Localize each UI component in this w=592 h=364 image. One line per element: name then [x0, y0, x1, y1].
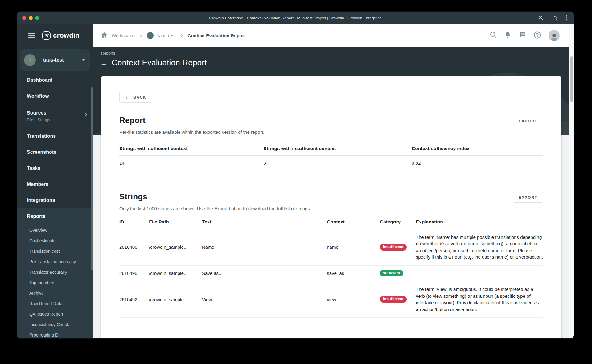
cell-file-path: /crowdin_sample... — [149, 281, 202, 318]
sidebar-scrollbar[interactable] — [91, 87, 93, 271]
strings-col-file-path: File Path — [149, 219, 202, 229]
sidebar-reports-section: Reports OverviewCost estimateTranslation… — [17, 208, 93, 338]
report-card: ← BACK Report EXPORT Per-file statistics… — [101, 76, 561, 338]
strings-col-context: Context — [327, 219, 380, 229]
sidebar-item-reports[interactable]: Reports — [17, 208, 93, 224]
sidebar-subitem-archive[interactable]: Archive — [17, 288, 93, 298]
browser-zoom-icon[interactable] — [538, 15, 544, 21]
sidebar-item-label: Integrations — [27, 198, 93, 203]
help-icon[interactable] — [534, 31, 541, 40]
sidebar-subitem-top-members[interactable]: Top members — [17, 277, 93, 288]
app-header: Workspace T taus-test Context Evaluation… — [93, 24, 574, 47]
sidebar-item-sources[interactable]: Sources Files, Strings — [17, 104, 93, 128]
sidebar-item-translations[interactable]: Translations — [17, 128, 93, 144]
window-title: Crowdin Enterprise - Context Evaluation … — [17, 16, 574, 20]
report-section-subtitle: Per-file statistics are available within… — [119, 129, 543, 135]
hero-eyebrow: Reports — [101, 51, 115, 55]
sidebar-item-label: Tasks — [27, 166, 93, 171]
cell-text: Save as... — [202, 265, 327, 281]
cell-context: name — [327, 229, 380, 266]
sidebar-subitem-pre-translation-accuracy[interactable]: Pre-translation accuracy — [17, 256, 93, 267]
sidebar-item-members[interactable]: Members — [17, 176, 93, 192]
window-titlebar: Crowdin Enterprise - Context Evaluation … — [17, 12, 574, 24]
strings-export-button[interactable]: EXPORT — [513, 192, 543, 203]
breadcrumb-workspace[interactable]: Workspace — [112, 33, 135, 38]
strings-col-text: Text — [202, 219, 327, 229]
sidebar-item-workflow[interactable]: Workflow — [17, 88, 93, 104]
chat-message-icon[interactable] — [519, 31, 526, 39]
stats-col-header: Strings with insufficient context — [263, 146, 412, 156]
report-stats-table: Strings with sufficient context Strings … — [119, 146, 543, 170]
sidebar-subitem-cost-estimate[interactable]: Cost estimate — [17, 235, 93, 246]
report-section-heading: Report — [119, 116, 146, 125]
back-button[interactable]: ← BACK — [119, 92, 152, 103]
sidebar-item-integrations[interactable]: Integrations — [17, 192, 93, 208]
user-avatar[interactable] — [549, 30, 560, 41]
project-selector[interactable]: T taus-test — [20, 49, 90, 71]
project-avatar: T — [24, 54, 36, 66]
strings-col-category: Category — [380, 219, 416, 229]
crowdin-logo-icon — [42, 31, 51, 40]
sidebar-item-label: Workflow — [27, 93, 93, 99]
cell-file-path: /crowdin_sample... — [149, 265, 202, 281]
stats-col-header: Context sufficiency index — [412, 146, 543, 156]
page-scrollbar[interactable] — [569, 24, 574, 338]
breadcrumb-project[interactable]: taus-test — [158, 33, 176, 38]
category-badge: insufficient — [380, 296, 407, 303]
sidebar-subitem-translation-cost[interactable]: Translation cost — [17, 246, 93, 256]
breadcrumb-current-page: Context Evaluation Report — [187, 33, 245, 38]
cell-file-path: /crowdin_sample... — [149, 229, 202, 266]
cell-explanation — [416, 265, 543, 281]
strings-col-explanation: Explanation — [416, 219, 543, 229]
extensions-puzzle-icon[interactable] — [552, 15, 557, 21]
sidebar-item-screenshots[interactable]: Screenshots — [17, 144, 93, 160]
breadcrumb: Workspace T taus-test Context Evaluation… — [101, 32, 490, 39]
search-icon[interactable] — [490, 31, 497, 39]
back-button-label: BACK — [133, 95, 146, 100]
table-row: 2610492/crowdin_sample...Viewviewinsuffi… — [119, 281, 543, 318]
crowdin-logo[interactable]: crowdin — [42, 31, 80, 40]
sidebar-subitem-overview[interactable]: Overview — [17, 225, 93, 235]
cell-id: 2610488 — [119, 229, 149, 266]
sidebar-subitem-proofreading-diff[interactable]: Proofreading Diff — [17, 330, 93, 338]
sidebar-subitem-inconsistency-check[interactable]: Inconsistency Check — [17, 319, 93, 330]
sidebar-item-label: Sources — [27, 110, 93, 116]
browser-menu-kebab-icon[interactable] — [566, 15, 567, 21]
zoom-window-button[interactable] — [35, 16, 39, 20]
minimize-window-button[interactable] — [29, 16, 33, 20]
notifications-bell-icon[interactable] — [504, 31, 511, 39]
sidebar-item-dashboard[interactable]: Dashboard — [17, 72, 93, 88]
chevron-down-icon — [82, 59, 85, 61]
hero-back-arrow-icon[interactable]: ← — [100, 59, 108, 67]
sidebar-subitem-translator-accuracy[interactable]: Translator accuracy — [17, 267, 93, 277]
sidebar-subitem-qa-issues-report[interactable]: QA Issues Report — [17, 309, 93, 319]
cell-text: View — [202, 281, 327, 318]
strings-table-body: 2610488/crowdin_sample...Namenameinsuffi… — [119, 229, 543, 318]
category-badge: sufficient — [380, 270, 403, 277]
strings-section-heading: Strings — [119, 192, 147, 202]
sidebar-item-label: Reports — [27, 214, 93, 219]
category-badge: insufficient — [380, 244, 407, 251]
home-icon[interactable] — [101, 32, 107, 39]
browser-window: Crowdin Enterprise - Context Evaluation … — [17, 12, 574, 338]
sidebar-item-label: Members — [27, 182, 93, 187]
cell-context: save_as — [327, 265, 380, 281]
strings-col-id: ID — [119, 219, 149, 229]
cell-category: insufficient — [380, 281, 416, 318]
breadcrumb-project-avatar[interactable]: T — [147, 32, 154, 39]
sidebar-subitem-raw-report-data[interactable]: Raw Report Data — [17, 298, 93, 309]
cell-id: 2610490 — [119, 265, 149, 281]
table-row: 2610488/crowdin_sample...Namenameinsuffi… — [119, 229, 543, 266]
sidebar-item-sublabel: Files, Strings — [27, 117, 93, 122]
sidebar-item-label: Translations — [27, 133, 93, 139]
close-window-button[interactable] — [22, 16, 26, 20]
sidebar: crowdin T taus-test Dashboard Workflow S… — [17, 24, 93, 338]
cell-category: insufficient — [380, 229, 416, 266]
sidebar-item-tasks[interactable]: Tasks — [17, 160, 93, 176]
hamburger-menu-icon[interactable] — [28, 33, 35, 38]
main-area: Workspace T taus-test Context Evaluation… — [93, 24, 574, 338]
page-scrollbar-thumb[interactable] — [570, 56, 573, 102]
sidebar-item-label: Screenshots — [27, 149, 93, 155]
report-export-button[interactable]: EXPORT — [513, 116, 543, 126]
cell-text: Name — [202, 229, 327, 266]
